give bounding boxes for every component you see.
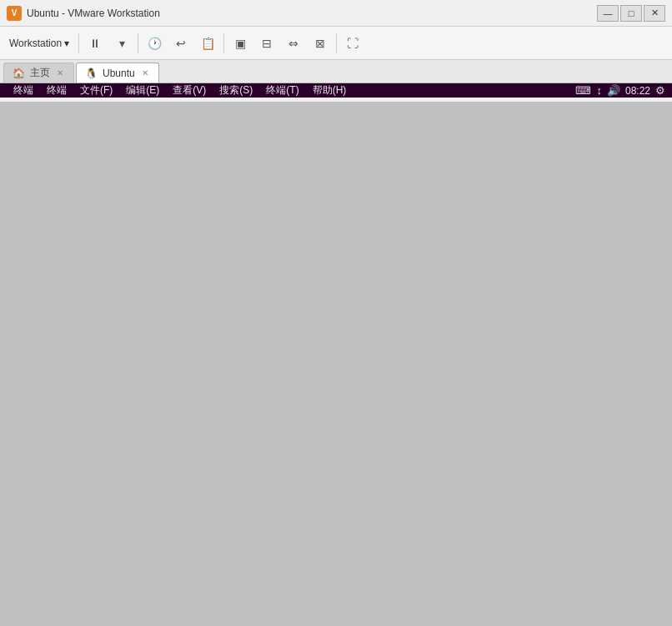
snapshot-icon: 🕐: [148, 37, 162, 50]
fit-icon: ⊠: [315, 37, 325, 50]
revert-icon: ↩: [176, 37, 186, 50]
separator-4: [336, 33, 337, 53]
snapshot-manager-button[interactable]: 📋: [195, 31, 220, 56]
tabs-bar: 🏠 主页 ✕ 🐧 Ubuntu ✕: [0, 60, 672, 83]
ubuntu-topbar-right: ⌨ ↕ 🔊 08:22 ⚙: [575, 84, 665, 97]
ubuntu-menu-edit[interactable]: 编辑(E): [119, 83, 166, 98]
close-button[interactable]: ✕: [644, 5, 665, 22]
tab-home[interactable]: 🏠 主页 ✕: [3, 63, 74, 83]
minimize-button[interactable]: —: [597, 5, 619, 22]
view2-button[interactable]: ⊟: [254, 31, 279, 56]
view2-icon: ⊟: [262, 37, 272, 50]
home-tab-label: 主页: [30, 66, 50, 80]
ubuntu-topbar: 终端 终端 文件(F) 编辑(E) 查看(V) 搜索(S) 终端(T) 帮助(H…: [0, 83, 672, 98]
ubuntu-menu-terminal3[interactable]: 终端(T): [259, 83, 305, 98]
window-title: Ubuntu - VMware Workstation: [27, 8, 597, 19]
snapshot-manager-icon: 📋: [201, 37, 215, 50]
fullscreen-icon: ⛶: [347, 37, 359, 50]
home-tab-close[interactable]: ✕: [55, 68, 65, 78]
pause-dropdown-icon: ▾: [119, 37, 125, 50]
maximize-button[interactable]: □: [620, 5, 642, 22]
separator-2: [138, 33, 138, 53]
ubuntu-menu-search[interactable]: 搜索(S): [213, 83, 259, 98]
ubuntu-menu-help[interactable]: 帮助(H): [306, 83, 354, 98]
volume-icon: 🔊: [607, 84, 620, 97]
input-icon: ↕: [596, 84, 602, 97]
pause-dropdown-button[interactable]: ▾: [109, 31, 134, 56]
title-bar: V Ubuntu - VMware Workstation — □ ✕: [0, 0, 672, 27]
fit-button[interactable]: ⊠: [308, 31, 333, 56]
toolbar: Workstation ▾ ⏸ ▾ 🕐 ↩ 📋 ▣ ⊟ ⇔ ⊠ ⛶: [0, 27, 672, 60]
stretch-button[interactable]: ⇔: [281, 31, 306, 56]
ubuntu-tab-icon: 🐧: [85, 68, 98, 79]
stretch-icon: ⇔: [288, 37, 298, 50]
ubuntu-tab-label: Ubuntu: [103, 68, 135, 79]
revert-button[interactable]: ↩: [168, 31, 193, 56]
ubuntu-tab-close[interactable]: ✕: [140, 68, 150, 78]
fullscreen-button[interactable]: ⛶: [340, 31, 365, 56]
snapshot-button[interactable]: 🕐: [142, 31, 167, 56]
separator-1: [78, 33, 79, 53]
ubuntu-menu-file[interactable]: 文件(F): [73, 83, 119, 98]
view-icon: ▣: [235, 37, 246, 50]
workstation-menu-button[interactable]: Workstation ▾: [3, 31, 75, 56]
tab-ubuntu[interactable]: 🐧 Ubuntu ✕: [76, 63, 159, 83]
ubuntu-menu-view[interactable]: 查看(V): [166, 83, 213, 98]
ubuntu-menu-terminal2[interactable]: 终端: [40, 83, 73, 98]
separator-3: [223, 33, 224, 53]
workstation-dropdown-icon: ▾: [64, 38, 69, 49]
clock: 08:22: [625, 85, 650, 97]
pause-button[interactable]: ⏸: [83, 31, 108, 56]
pause-icon: ⏸: [89, 37, 101, 50]
settings-icon[interactable]: ⚙: [655, 84, 665, 97]
vmware-icon: V: [7, 6, 22, 21]
workstation-label: Workstation: [9, 38, 62, 49]
keyboard-icon: ⌨: [575, 84, 591, 97]
view-button[interactable]: ▣: [228, 31, 253, 56]
home-tab-icon: 🏠: [13, 68, 25, 79]
window-controls: — □ ✕: [597, 5, 665, 22]
ubuntu-menu-terminal1[interactable]: 终端: [7, 83, 40, 98]
